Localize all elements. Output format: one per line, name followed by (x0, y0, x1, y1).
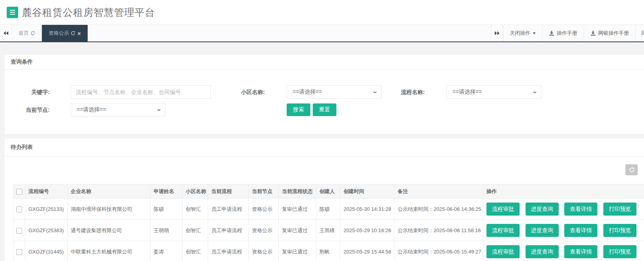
query-panel-title: 查询条件 (4, 54, 644, 70)
current-node-label: 当前节点: (4, 103, 50, 116)
double-chevron-right-icon (494, 31, 500, 36)
tab-home-label: 首页 (19, 30, 29, 37)
keyword-input[interactable] (71, 85, 211, 99)
cell-company: 通号建设集团有限公司 (68, 220, 150, 241)
app-header: 麓谷租赁公租房智慧管理平台 (0, 0, 644, 24)
row-checkbox[interactable] (16, 207, 22, 212)
chevron-down-icon (373, 90, 377, 94)
cell-actions: 流程审批 进度查询 查看详情 打印预览 (483, 199, 644, 220)
progress-query-button[interactable]: 进度查询 (526, 245, 559, 258)
cell-community: 创智汇 (182, 199, 208, 220)
cell-process-status: 复审已通过 (279, 220, 316, 241)
table-row: GXGZF(25133) 湖南中境环保科技有限公司 陈硕 创智汇 员工申请流程 … (13, 199, 644, 220)
refresh-icon[interactable] (30, 31, 35, 36)
col-actions: 操作 (483, 184, 644, 199)
keyword-label: 关键字: (4, 85, 50, 99)
todo-panel-title: 待办列表 (4, 138, 644, 157)
table-toolbar (4, 164, 644, 175)
process-approve-button[interactable]: 流程审批 (486, 224, 520, 237)
cell-current-node: 资格公示 (249, 199, 279, 220)
select-all-checkbox[interactable] (16, 189, 22, 195)
cell-process-status: 复审已通过 (279, 199, 316, 220)
progress-query-button[interactable]: 进度查询 (526, 203, 559, 216)
print-preview-button[interactable]: 打印预览 (603, 245, 636, 258)
col-current-process: 当前流程 (208, 184, 249, 199)
view-details-button[interactable]: 查看详情 (564, 203, 597, 216)
double-chevron-left-icon (3, 31, 9, 36)
table-header-row: 流程编号 企业名称 申请姓名 小区名称 当前流程 当前节点 当前流程状态 创建人… (13, 184, 644, 199)
process-approve-button[interactable]: 流程审批 (486, 203, 520, 216)
toolbar-item-clipped[interactable]: 回 (635, 25, 644, 41)
col-applicant: 申请姓名 (150, 184, 182, 199)
progress-query-button[interactable]: 进度查询 (526, 224, 559, 237)
tab-home[interactable]: 首页 (12, 25, 42, 41)
cell-process-no: GXGZF(25383) (25, 220, 68, 241)
refresh-icon[interactable] (71, 31, 75, 36)
table-row: GXGZF(31445) 中联重科土方机械有限公司 姜涛 创智汇 员工申请流程 … (13, 241, 644, 261)
search-button[interactable]: 搜索 (287, 103, 310, 116)
col-remark: 备注 (394, 184, 483, 199)
operation-manual-button[interactable]: 操作手册 (542, 25, 584, 41)
query-form: 关键字: 小区名称: ==请选择== 流程名称: ==请选择== 当前节点: =… (4, 70, 644, 134)
view-details-button[interactable]: 查看详情 (564, 224, 597, 237)
cell-community: 创智汇 (182, 220, 208, 241)
tab-qualification-label: 资格公示 (49, 30, 69, 37)
col-process-status: 当前流程状态 (279, 184, 316, 199)
chevron-down-icon (157, 108, 161, 112)
cell-applicant: 陈硕 (150, 199, 182, 220)
cell-created-at: 2025-05-29 10:16:26 (340, 220, 394, 241)
cell-remark: 公示结束时间：2025-06-06 14:36:25 (394, 199, 483, 220)
print-preview-button[interactable]: 打印预览 (603, 203, 636, 216)
tab-qualification-publicity[interactable]: 资格公示 × (42, 25, 88, 41)
cell-creator: 荆帆 (316, 241, 340, 261)
refresh-table-button[interactable] (625, 164, 638, 175)
close-tab-icon[interactable]: × (77, 30, 81, 36)
community-select[interactable]: ==请选择== (287, 85, 381, 99)
bank-operation-manual-label: 网银操作手册 (598, 30, 629, 37)
download-icon (549, 30, 554, 36)
row-checkbox[interactable] (16, 249, 22, 255)
todo-list-panel: 待办列表 流程编号 企业名称 (4, 138, 644, 261)
cell-current-process: 员工申请流程 (208, 220, 249, 241)
cell-remark: 公示结束时间：2025-06-05 15:49:27 (394, 241, 483, 261)
row-checkbox[interactable] (16, 228, 22, 234)
process-name-select[interactable]: ==请选择== (447, 85, 541, 99)
scroll-tabs-right-button[interactable] (491, 25, 503, 41)
app-title: 麓谷租赁公租房智慧管理平台 (22, 6, 155, 19)
cell-current-process: 员工申请流程 (208, 241, 249, 261)
current-node-select[interactable]: ==请选择== (71, 103, 165, 116)
close-operations-dropdown[interactable]: 关闭操作 (503, 25, 542, 41)
cell-actions: 流程审批 进度查询 查看详情 打印预览 (483, 241, 644, 261)
col-process-no: 流程编号 (25, 184, 68, 199)
chevron-down-icon (533, 90, 537, 94)
reset-button[interactable]: 重置 (313, 103, 336, 116)
col-current-node: 当前节点 (249, 184, 279, 199)
download-icon (590, 30, 596, 36)
col-creator: 创建人 (316, 184, 340, 199)
menu-toggle-button[interactable] (7, 7, 18, 18)
cell-process-no: GXGZF(25133) (25, 199, 68, 220)
cell-process-status: 复审已通过 (279, 241, 316, 261)
refresh-icon (629, 167, 635, 173)
col-created-at: 创建时间 (340, 184, 394, 199)
print-preview-button[interactable]: 打印预览 (603, 224, 636, 237)
todo-panel-body: 流程编号 企业名称 申请姓名 小区名称 当前流程 当前节点 当前流程状态 创建人… (4, 157, 644, 261)
cell-community: 创智汇 (182, 241, 208, 261)
col-company: 企业名称 (68, 184, 150, 199)
cell-remark: 公示结束时间：2025-06-06 11:58:16 (394, 220, 483, 241)
cell-company: 湖南中境环保科技有限公司 (68, 199, 150, 220)
cell-creator: 王凯锋 (316, 220, 340, 241)
tab-bar: 首页 资格公示 × 关闭操作 操作手册 网银操作手册 回 (0, 24, 644, 42)
cell-creator: 陈硕 (316, 199, 340, 220)
tab-spacer (88, 25, 491, 41)
close-operations-label: 关闭操作 (510, 30, 530, 37)
query-conditions-panel: 查询条件 关键字: 小区名称: ==请选择== 流程名称: ==请选择== 当前… (4, 54, 644, 135)
view-details-button[interactable]: 查看详情 (564, 245, 597, 258)
scroll-tabs-left-button[interactable] (0, 25, 12, 41)
bank-operation-manual-button[interactable]: 网银操作手册 (584, 25, 635, 41)
todo-table: 流程编号 企业名称 申请姓名 小区名称 当前流程 当前节点 当前流程状态 创建人… (13, 184, 644, 261)
process-approve-button[interactable]: 流程审批 (486, 245, 520, 258)
cell-created-at: 2025-05-30 14:31:28 (340, 199, 394, 220)
cell-applicant: 王萌萌 (150, 220, 182, 241)
cell-company: 中联重科土方机械有限公司 (68, 241, 150, 261)
